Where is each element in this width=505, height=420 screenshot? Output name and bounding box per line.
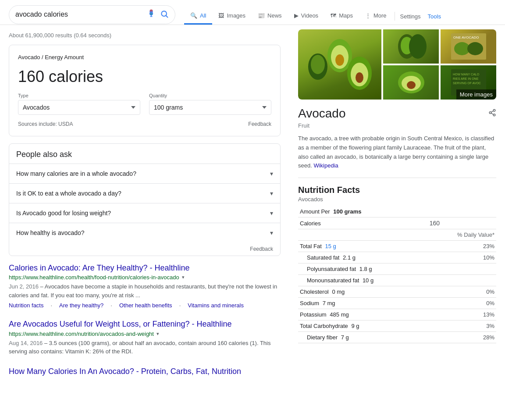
nf-fat-pct: 23% [428, 241, 496, 252]
nf-calories-value: 160 [428, 217, 496, 229]
sources-text: Sources include: USDA [18, 121, 73, 127]
nf-poly-label: Polyunsaturated fat 1.8 g [298, 263, 428, 275]
tools-link[interactable]: Tools [424, 9, 445, 24]
nf-chol-label: Cholesterol 0 mg [298, 286, 428, 298]
svg-point-14 [409, 34, 427, 59]
share-icon[interactable] [488, 109, 496, 119]
main-content: About 61,900,000 results (0.64 seconds) … [0, 25, 505, 396]
paa-feedback[interactable]: Feedback [9, 242, 280, 256]
search-submit-icon[interactable] [160, 10, 169, 20]
sitelink-0-0[interactable]: Nutrition facts [9, 302, 43, 309]
news-icon: 📰 [258, 12, 265, 19]
nf-fiber-label: Dietary fiber 7 g [298, 332, 428, 343]
panel-subtitle: Fruit [298, 122, 496, 129]
paa-item-2[interactable]: Is Avocado good for losing weight? ▾ [9, 203, 280, 223]
quantity-label: Quantity [149, 93, 271, 98]
tab-news-label: News [267, 12, 282, 19]
chevron-down-icon-3: ▾ [270, 229, 273, 236]
breadcrumb-bold: Energy Amount [45, 54, 84, 61]
nf-row-cholesterol: Cholesterol 0 mg 0% [298, 286, 496, 298]
tab-videos[interactable]: ▶ Videos [288, 8, 325, 25]
nf-subtitle: Avocados [298, 196, 496, 203]
result-snippet-text-0: – Avocados have become a staple in house… [9, 283, 277, 299]
tab-more[interactable]: ⋮ More [359, 8, 393, 25]
paa-item-3[interactable]: How healthy is avocado? ▾ [9, 223, 280, 242]
nf-fat-value: 15 g [325, 243, 336, 249]
panel-title-text: Avocado [298, 107, 345, 121]
svg-text:SERVING OF AVOC: SERVING OF AVOC [453, 82, 481, 85]
image-main[interactable] [298, 29, 381, 100]
microphone-icon[interactable] [147, 9, 156, 20]
nf-row-poly-fat: Polyunsaturated fat 1.8 g [298, 263, 496, 275]
quantity-dropdown[interactable]: 100 grams [149, 100, 271, 115]
svg-line-3 [166, 15, 168, 17]
search-input[interactable] [15, 11, 142, 18]
sitelink-0-2[interactable]: Other health benefits [119, 302, 172, 309]
svg-point-28 [493, 114, 495, 116]
result-url-0: https://www.healthline.com/health/food-n… [9, 274, 179, 281]
svg-point-21 [407, 81, 416, 89]
result-date-1: Aug 14, 2016 [9, 340, 43, 346]
feedback-link-nutrition[interactable]: Feedback [248, 121, 271, 127]
svg-point-8 [335, 54, 344, 66]
svg-text:RIES ARE IN ONE: RIES ARE IN ONE [453, 77, 479, 80]
nf-carb-label: Total Carbohydrate 9 g [298, 320, 428, 332]
type-dropdown[interactable]: Avocados [18, 100, 140, 115]
images-right: ONE AVOCADO [383, 29, 496, 100]
result-url-arrow-0[interactable]: ▾ [182, 274, 185, 280]
results-count: About 61,900,000 results (0.64 seconds) [9, 32, 281, 39]
chevron-down-icon-0: ▾ [270, 170, 273, 177]
images-icon: 🖼 [218, 12, 224, 19]
svg-line-29 [491, 113, 493, 114]
image-bl[interactable] [383, 65, 439, 100]
chevron-down-icon-1: ▾ [270, 190, 273, 197]
result-title-1[interactable]: Are Avocados Useful for Weight Loss, or … [9, 320, 232, 328]
svg-point-27 [489, 111, 491, 114]
result-title-0[interactable]: Calories in Avocado: Are They Healthy? -… [9, 263, 190, 272]
tab-maps[interactable]: 🗺 Maps [324, 8, 359, 25]
nf-row-fiber: Dietary fiber 7 g 28% [298, 332, 496, 343]
type-label: Type [18, 93, 140, 98]
settings-link[interactable]: Settings [397, 9, 424, 24]
sitelink-0-1[interactable]: Are they healthy? [59, 302, 103, 309]
search-bar [9, 5, 175, 24]
tab-news[interactable]: 📰 News [252, 8, 288, 25]
nf-sodium-label: Sodium 7 mg [298, 298, 428, 309]
nf-row-sat-fat: Saturated fat 2.1 g 10% [298, 252, 496, 263]
result-url-arrow-1[interactable]: ▾ [156, 331, 159, 337]
tab-images[interactable]: 🖼 Images [212, 8, 252, 25]
breadcrumb-pre: Avocado / [18, 54, 45, 61]
result-title-2[interactable]: How Many Calories In An Avocado? - Prote… [9, 367, 241, 376]
chevron-down-icon-2: ▾ [270, 210, 273, 217]
tab-all[interactable]: 🔍 All [184, 8, 212, 25]
result-snippet-text-1: – 3.5 ounces (100 grams), or about half … [9, 340, 270, 355]
maps-icon: 🗺 [331, 12, 336, 19]
image-mr[interactable]: ONE AVOCADO [441, 29, 496, 64]
result-item-2: How Many Calories In An Avocado? - Prote… [9, 367, 281, 377]
paa-question-0: How many calories are in a whole avocado… [16, 170, 136, 177]
nf-sat-fat-label: Saturated fat 2.1 g [298, 252, 428, 263]
nf-daily-header: % Daily Value* [298, 229, 496, 241]
nf-amount-row: Amount Per 100 grams [298, 206, 496, 217]
breadcrumb: Avocado / Energy Amount [18, 54, 271, 61]
sitelink-0-3[interactable]: Vitamins and minerals [188, 302, 244, 309]
paa-item-0[interactable]: How many calories are in a whole avocado… [9, 164, 280, 183]
videos-icon: ▶ [294, 12, 299, 19]
nutrition-facts-panel: Nutrition Facts Avocados Amount Per 100 … [298, 185, 496, 343]
paa-question-1: Is it OK to eat a whole avocado a day? [16, 190, 121, 197]
wikipedia-link[interactable]: Wikipedia [313, 162, 338, 169]
nav-tabs: 🔍 All 🖼 Images 📰 News ▶ Videos 🗺 Maps ⋮ … [184, 8, 445, 25]
quantity-selector-group: Quantity 100 grams [149, 93, 271, 115]
image-br[interactable]: HOW MANY CALO RIES ARE IN ONE SERVING OF… [441, 65, 496, 100]
paa-item-1[interactable]: Is it OK to eat a whole avocado a day? ▾ [9, 183, 280, 203]
more-images-button[interactable]: More images [456, 89, 496, 100]
right-column: ONE AVOCADO [289, 25, 505, 396]
nf-fat-label: Total Fat 15 g [298, 241, 428, 252]
calories-amount: 160 calories [18, 68, 271, 86]
panel-title-row: Avocado [298, 107, 496, 121]
nf-row-potassium: Potassium 485 mg 13% [298, 309, 496, 320]
nf-mono-label: Monounsaturated fat 10 g [298, 275, 428, 286]
image-tr[interactable] [383, 29, 439, 64]
paa-question-3: How healthy is avocado? [16, 229, 85, 236]
tab-videos-label: Videos [301, 12, 319, 19]
